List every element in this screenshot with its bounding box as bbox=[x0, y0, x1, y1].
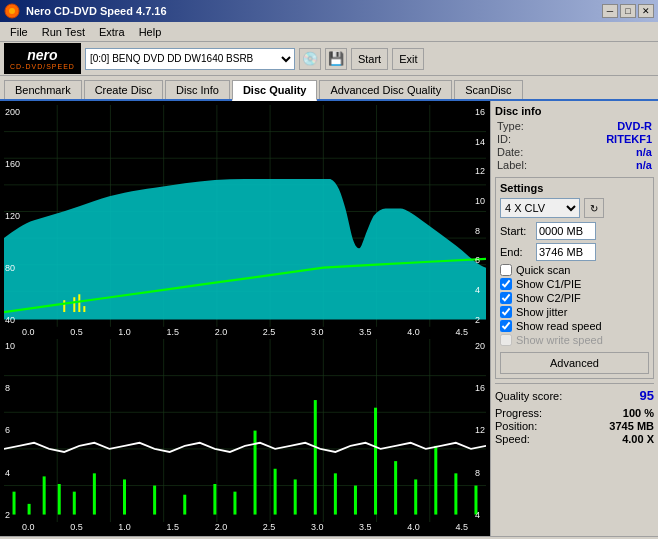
show-write-speed-label: Show write speed bbox=[516, 334, 603, 346]
disc-id-row: ID: RITEKF1 bbox=[495, 133, 654, 145]
quick-scan-checkbox[interactable] bbox=[500, 264, 512, 276]
menubar: File Run Test Extra Help bbox=[0, 22, 658, 42]
show-c1pie-checkbox[interactable] bbox=[500, 278, 512, 290]
disc-info-section: Disc info Type: DVD-R ID: RITEKF1 Date: … bbox=[495, 105, 654, 171]
show-c2pif-checkbox[interactable] bbox=[500, 292, 512, 304]
tab-disc-quality[interactable]: Disc Quality bbox=[232, 80, 318, 101]
end-input[interactable] bbox=[536, 243, 596, 261]
quick-scan-row: Quick scan bbox=[500, 264, 649, 276]
show-write-speed-row: Show write speed bbox=[500, 334, 649, 346]
disc-date-row: Date: n/a bbox=[495, 146, 654, 158]
disc-info-title: Disc info bbox=[495, 105, 654, 117]
logo-sub: CD-DVD/SPEED bbox=[10, 63, 75, 70]
progress-section: Progress: 100 % Position: 3745 MB Speed:… bbox=[495, 407, 654, 445]
close-button[interactable]: ✕ bbox=[638, 4, 654, 18]
menu-extra[interactable]: Extra bbox=[93, 25, 131, 39]
disc-date-value: n/a bbox=[636, 146, 652, 158]
advanced-button[interactable]: Advanced bbox=[500, 352, 649, 374]
bottom-chart-canvas: 108642 20161284 bbox=[4, 339, 486, 522]
titlebar: Nero CD-DVD Speed 4.7.16 ─ □ ✕ bbox=[0, 0, 658, 22]
tab-benchmark[interactable]: Benchmark bbox=[4, 80, 82, 99]
top-chart-canvas: 2001601208040 161412108642 bbox=[4, 105, 486, 327]
speed-label: Speed: bbox=[495, 433, 530, 445]
disc-label-label: Label: bbox=[497, 159, 527, 171]
save-icon[interactable]: 💾 bbox=[325, 48, 347, 70]
progress-value: 100 % bbox=[623, 407, 654, 419]
top-chart: 2001601208040 161412108642 0.00.51.01.52… bbox=[4, 105, 486, 337]
show-jitter-row: Show jitter bbox=[500, 306, 649, 318]
show-read-speed-label: Show read speed bbox=[516, 320, 602, 332]
app-title: Nero CD-DVD Speed 4.7.16 bbox=[26, 5, 167, 17]
clv-row: 4 X CLV ↻ bbox=[500, 198, 649, 218]
disc-label-value: n/a bbox=[636, 159, 652, 171]
show-jitter-checkbox[interactable] bbox=[500, 306, 512, 318]
toolbar: nero CD-DVD/SPEED [0:0] BENQ DVD DD DW16… bbox=[0, 42, 658, 76]
disc-date-label: Date: bbox=[497, 146, 523, 158]
tab-advanced-disc-quality[interactable]: Advanced Disc Quality bbox=[319, 80, 452, 99]
window-controls: ─ □ ✕ bbox=[602, 4, 654, 18]
show-c2pif-label: Show C2/PIF bbox=[516, 292, 581, 304]
show-c2pif-row: Show C2/PIF bbox=[500, 292, 649, 304]
top-chart-svg bbox=[4, 105, 486, 327]
progress-row: Progress: 100 % bbox=[495, 407, 654, 419]
disc-icon[interactable]: 💿 bbox=[299, 48, 321, 70]
speed-value: 4.00 X bbox=[622, 433, 654, 445]
start-button[interactable]: Start bbox=[351, 48, 388, 70]
bottom-chart: 108642 20161284 0.00.51.01.52.02.53.03.5… bbox=[4, 339, 486, 532]
start-mb-row: Start: bbox=[500, 222, 649, 240]
minimize-button[interactable]: ─ bbox=[602, 4, 618, 18]
app-icon bbox=[4, 3, 20, 19]
logo: nero CD-DVD/SPEED bbox=[4, 43, 81, 74]
tab-bar: Benchmark Create Disc Disc Info Disc Qua… bbox=[0, 76, 658, 101]
show-c1pie-label: Show C1/PIE bbox=[516, 278, 581, 290]
drive-select[interactable]: [0:0] BENQ DVD DD DW1640 BSRB bbox=[85, 48, 295, 70]
right-panel: Disc info Type: DVD-R ID: RITEKF1 Date: … bbox=[490, 101, 658, 536]
svg-point-1 bbox=[9, 8, 15, 14]
end-label: End: bbox=[500, 246, 536, 258]
show-read-speed-row: Show read speed bbox=[500, 320, 649, 332]
menu-file[interactable]: File bbox=[4, 25, 34, 39]
progress-label: Progress: bbox=[495, 407, 542, 419]
disc-id-label: ID: bbox=[497, 133, 511, 145]
quality-row: Quality score: 95 bbox=[495, 383, 654, 403]
bottom-x-labels: 0.00.51.01.52.02.53.03.54.04.5 bbox=[4, 522, 486, 532]
show-read-speed-checkbox[interactable] bbox=[500, 320, 512, 332]
main-content: 2001601208040 161412108642 0.00.51.01.52… bbox=[0, 101, 658, 536]
menu-help[interactable]: Help bbox=[133, 25, 168, 39]
show-c1pie-row: Show C1/PIE bbox=[500, 278, 649, 290]
disc-type-label: Type: bbox=[497, 120, 524, 132]
speed-row: Speed: 4.00 X bbox=[495, 433, 654, 445]
tab-scandisc[interactable]: ScanDisc bbox=[454, 80, 522, 99]
chart-area: 2001601208040 161412108642 0.00.51.01.52… bbox=[0, 101, 490, 536]
quality-value: 95 bbox=[640, 388, 654, 403]
exit-button[interactable]: Exit bbox=[392, 48, 424, 70]
clv-select[interactable]: 4 X CLV bbox=[500, 198, 580, 218]
quick-scan-label: Quick scan bbox=[516, 264, 570, 276]
disc-type-row: Type: DVD-R bbox=[495, 120, 654, 132]
menu-runtest[interactable]: Run Test bbox=[36, 25, 91, 39]
tab-disc-info[interactable]: Disc Info bbox=[165, 80, 230, 99]
end-mb-row: End: bbox=[500, 243, 649, 261]
show-write-speed-checkbox bbox=[500, 334, 512, 346]
position-row: Position: 3745 MB bbox=[495, 420, 654, 432]
title-area: Nero CD-DVD Speed 4.7.16 bbox=[4, 3, 167, 19]
top-x-labels: 0.00.51.01.52.02.53.03.54.04.5 bbox=[4, 327, 486, 337]
disc-id-value: RITEKF1 bbox=[606, 133, 652, 145]
position-label: Position: bbox=[495, 420, 537, 432]
show-jitter-label: Show jitter bbox=[516, 306, 567, 318]
quality-label: Quality score: bbox=[495, 390, 562, 402]
logo-nero: nero bbox=[27, 47, 57, 63]
position-value: 3745 MB bbox=[609, 420, 654, 432]
disc-label-row: Label: n/a bbox=[495, 159, 654, 171]
tab-create-disc[interactable]: Create Disc bbox=[84, 80, 163, 99]
disc-type-value: DVD-R bbox=[617, 120, 652, 132]
start-input[interactable] bbox=[536, 222, 596, 240]
settings-section: Settings 4 X CLV ↻ Start: End: Quick bbox=[495, 177, 654, 379]
refresh-button[interactable]: ↻ bbox=[584, 198, 604, 218]
maximize-button[interactable]: □ bbox=[620, 4, 636, 18]
start-label: Start: bbox=[500, 225, 536, 237]
settings-title: Settings bbox=[500, 182, 649, 194]
bottom-chart-svg bbox=[4, 339, 486, 522]
